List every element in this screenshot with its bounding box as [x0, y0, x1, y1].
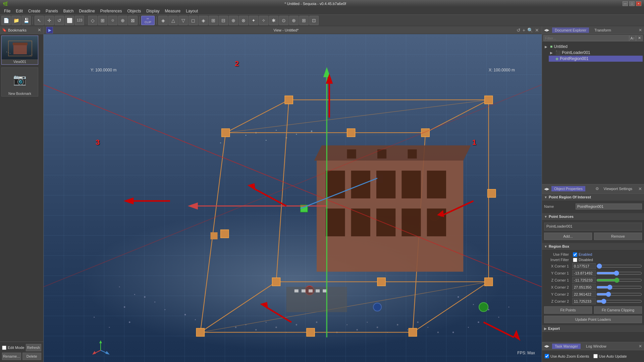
- menu-file[interactable]: File: [1, 8, 13, 14]
- scale-tool[interactable]: ⬜: [65, 16, 74, 25]
- delete-button[interactable]: Delete: [22, 353, 42, 360]
- point-tool-14[interactable]: ⊕: [289, 16, 299, 25]
- point-tool-16[interactable]: ⊡: [309, 16, 319, 25]
- perspective-tool[interactable]: ◇: [88, 16, 97, 25]
- counter-tool[interactable]: 123: [75, 16, 84, 25]
- viewport-zoom-icon[interactable]: 🔍: [527, 27, 533, 33]
- tab-object-properties[interactable]: Object Properties: [551, 186, 585, 191]
- doc-explorer-close[interactable]: ✕: [639, 28, 642, 33]
- tab-transform[interactable]: Transform: [592, 27, 614, 33]
- section-regionbox-header[interactable]: ▼ Region Box: [542, 243, 644, 250]
- rotate-tool[interactable]: ↺: [55, 16, 64, 25]
- tab-log-window[interactable]: Log Window: [583, 344, 609, 349]
- name-input[interactable]: [576, 203, 642, 209]
- tree-item-pointregion[interactable]: ◈ PointRegion001: [549, 56, 643, 62]
- menu-create[interactable]: Create: [25, 8, 43, 14]
- pan-tool[interactable]: ⊕: [118, 16, 127, 25]
- point-tool-6[interactable]: ⊞: [209, 16, 218, 25]
- viewport-refresh-icon[interactable]: ↺: [517, 27, 521, 33]
- zcorner2-input[interactable]: [572, 298, 596, 304]
- task-manager-close[interactable]: ✕: [639, 344, 642, 349]
- select-tool[interactable]: ↖: [35, 16, 44, 25]
- xcorner1-slider[interactable]: [596, 264, 642, 268]
- ycorner1-slider[interactable]: [596, 271, 642, 276]
- point-tool-5[interactable]: ◈: [199, 16, 208, 25]
- minimize-button[interactable]: —: [623, 1, 628, 6]
- point-tool-3[interactable]: ▽: [178, 16, 188, 25]
- menu-layout[interactable]: Layout: [183, 8, 201, 14]
- section-poi-header[interactable]: ▼ Point Region Of Interest: [542, 194, 644, 201]
- ycorner2-input[interactable]: [572, 291, 596, 297]
- xcorner1-input[interactable]: [572, 263, 596, 269]
- orbit-tool[interactable]: ⊙: [108, 16, 117, 25]
- section-sources-header[interactable]: ▼ Point Sources: [542, 213, 644, 221]
- menu-measure[interactable]: Measure: [162, 8, 183, 14]
- tree-item-pointloader[interactable]: ▶ ⬛ PointLoader001: [549, 50, 643, 56]
- auto-zoom-checkbox[interactable]: Use Auto Zoom Extents: [545, 354, 589, 358]
- save-button[interactable]: 💾: [21, 16, 31, 25]
- add-source-button[interactable]: Add...: [544, 233, 592, 240]
- update-loaders-button[interactable]: Update Point Loaders: [544, 316, 642, 323]
- menu-edit[interactable]: Edit: [13, 8, 25, 14]
- menu-panels[interactable]: Panels: [43, 8, 61, 14]
- new-bookmark-item[interactable]: 📷 New Bookmark: [1, 67, 38, 97]
- point-tool-11[interactable]: ✧: [259, 16, 268, 25]
- point-tool-2[interactable]: △: [168, 16, 178, 25]
- open-button[interactable]: 📁: [11, 16, 21, 25]
- refresh-button[interactable]: Refresh: [26, 344, 41, 351]
- auto-zoom-check[interactable]: [545, 354, 549, 358]
- point-tool-13[interactable]: ⊙: [279, 16, 288, 25]
- tab-task-manager[interactable]: Task Manager: [552, 344, 581, 349]
- point-tool-8[interactable]: ⊕: [229, 16, 238, 25]
- menu-batch[interactable]: Batch: [61, 8, 76, 14]
- settings-icon[interactable]: ⚙: [595, 186, 599, 191]
- play-button[interactable]: ▶: [46, 27, 53, 34]
- xcorner2-input[interactable]: [572, 284, 596, 290]
- bookmarks-close[interactable]: ✕: [38, 27, 41, 33]
- bookmark-view001[interactable]: View001: [1, 36, 38, 65]
- use-filter-checkbox[interactable]: [573, 252, 577, 257]
- point-tool-7[interactable]: ⊟: [219, 16, 228, 25]
- obj-props-close[interactable]: ✕: [638, 186, 642, 191]
- point-tool-4[interactable]: ◻: [189, 16, 198, 25]
- zoom-tool[interactable]: ⊠: [128, 16, 138, 25]
- fit-points-button[interactable]: Fit Points: [544, 306, 592, 314]
- menu-objects[interactable]: Objects: [125, 8, 144, 14]
- tree-item-untitled[interactable]: ▶ ■ Untitled: [543, 44, 643, 50]
- maximize-button[interactable]: □: [629, 1, 635, 6]
- viewport-canvas[interactable]: Y: 100.0000 m X: 100.0000 m: [44, 34, 542, 362]
- menu-preferences[interactable]: Preferences: [98, 8, 125, 14]
- edit-mode-checkbox[interactable]: Edit Mode: [2, 346, 24, 350]
- ycorner1-input[interactable]: [572, 270, 596, 276]
- move-tool[interactable]: ✛: [45, 16, 54, 25]
- tab-document-explorer[interactable]: Document Explorer: [552, 27, 589, 33]
- zcorner2-slider[interactable]: [596, 299, 642, 304]
- rename-button[interactable]: Rename...: [2, 353, 21, 360]
- ycorner2-slider[interactable]: [596, 292, 642, 297]
- filter-az-button[interactable]: A↑: [629, 35, 636, 41]
- new-button[interactable]: 📄: [1, 16, 11, 25]
- tab-viewport-settings[interactable]: Viewport Settings: [601, 186, 635, 191]
- point-tool-12[interactable]: ✱: [269, 16, 278, 25]
- auto-update-check[interactable]: [593, 354, 598, 358]
- auto-update-checkbox[interactable]: Use Auto Update: [593, 354, 627, 358]
- menu-display[interactable]: Display: [144, 8, 162, 14]
- invert-filter-checkbox[interactable]: [573, 258, 577, 262]
- viewport-plus-icon[interactable]: +: [523, 27, 525, 33]
- viewport-close-icon[interactable]: ✕: [535, 27, 539, 33]
- filter-clear-button[interactable]: ✕: [636, 35, 643, 41]
- close-button[interactable]: ✕: [636, 1, 641, 6]
- point-tool-9[interactable]: ⊗: [239, 16, 248, 25]
- zcorner1-input[interactable]: [572, 277, 596, 283]
- source-item-1[interactable]: PointLoader001: [545, 224, 641, 229]
- section-export-header[interactable]: ▶ Export: [542, 325, 644, 333]
- filter-input[interactable]: [543, 35, 629, 41]
- point-tool-1[interactable]: ◈: [158, 16, 168, 25]
- point-tool-10[interactable]: ✦: [249, 16, 258, 25]
- zcorner1-slider[interactable]: [596, 278, 642, 283]
- edit-mode-check[interactable]: [2, 346, 6, 350]
- xcorner2-slider[interactable]: [596, 285, 642, 290]
- top-view-tool[interactable]: ⊞: [98, 16, 107, 25]
- remove-source-button[interactable]: Remove: [594, 233, 642, 240]
- clip-tool[interactable]: ✂ CLIP: [141, 16, 155, 25]
